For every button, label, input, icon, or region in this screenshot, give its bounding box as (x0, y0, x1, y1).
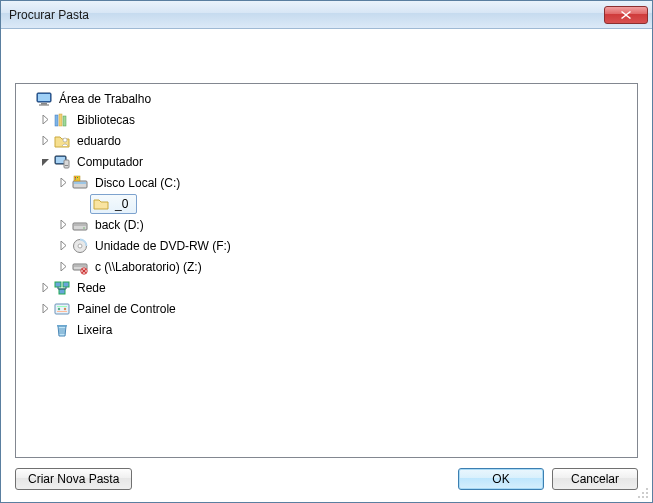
tree-item-user[interactable]: eduardo (36, 130, 635, 151)
close-button[interactable] (604, 6, 648, 24)
network-icon (54, 280, 70, 296)
svg-rect-1 (38, 94, 50, 101)
svg-rect-18 (77, 178, 78, 179)
libraries-icon (54, 112, 70, 128)
recycle-bin-icon (54, 322, 70, 338)
svg-rect-15 (75, 177, 76, 178)
browse-folder-dialog: Procurar Pasta Área de Trabalho (0, 0, 653, 503)
svg-point-31 (58, 307, 60, 309)
tree-label: Painel de Controle (74, 301, 179, 317)
svg-rect-5 (59, 114, 62, 126)
new-folder-button[interactable]: Criar Nova Pasta (15, 468, 132, 490)
svg-rect-25 (74, 265, 86, 267)
svg-rect-10 (64, 160, 69, 168)
tree-item-dvd[interactable]: Unidade de DVD-RW (F:) (54, 235, 635, 256)
svg-rect-6 (63, 116, 66, 126)
svg-point-7 (63, 138, 67, 142)
client-area: Área de Trabalho Biblioteca (1, 29, 652, 502)
svg-rect-27 (55, 282, 61, 287)
svg-rect-4 (55, 115, 58, 126)
svg-point-21 (83, 227, 85, 229)
user-folder-icon (54, 133, 70, 149)
tree-label: Lixeira (74, 322, 115, 338)
expander-collapsed-icon[interactable] (38, 302, 52, 316)
expander-collapsed-icon[interactable] (56, 239, 70, 253)
tree-item-network-drive[interactable]: c (\\Laboratorio) (Z:) (54, 256, 635, 277)
titlebar[interactable]: Procurar Pasta (1, 1, 652, 29)
svg-point-37 (646, 492, 648, 494)
tree-label: Computador (74, 154, 146, 170)
dvd-drive-icon (72, 238, 88, 254)
folder-icon (93, 196, 109, 212)
expander-collapsed-icon[interactable] (56, 218, 70, 232)
tree-label: Área de Trabalho (56, 91, 154, 107)
svg-point-36 (646, 488, 648, 490)
network-drive-disconnected-icon (72, 259, 88, 275)
svg-point-40 (642, 496, 644, 498)
resize-grip-icon[interactable] (637, 487, 649, 499)
ok-button[interactable]: OK (458, 468, 544, 490)
close-icon (621, 11, 631, 19)
control-panel-icon (54, 301, 70, 317)
tree-label: Rede (74, 280, 109, 296)
tree-label: Bibliotecas (74, 112, 138, 128)
svg-point-41 (638, 496, 640, 498)
svg-point-39 (646, 496, 648, 498)
tree-item-selected-folder[interactable]: _0 (72, 193, 635, 214)
tree-label: c (\\Laboratorio) (Z:) (92, 259, 205, 275)
tree-label: Disco Local (C:) (92, 175, 183, 191)
svg-rect-29 (59, 289, 65, 294)
svg-rect-2 (41, 103, 47, 105)
svg-point-23 (78, 244, 82, 248)
desktop-icon (36, 91, 52, 107)
tree-item-disk-c[interactable]: Disco Local (C:) (54, 172, 635, 193)
tree-label: eduardo (74, 133, 124, 149)
tree-item-control-panel[interactable]: Painel de Controle (36, 298, 635, 319)
drive-icon (72, 217, 88, 233)
svg-rect-28 (63, 282, 69, 287)
drive-system-icon (72, 175, 88, 191)
expander-collapsed-icon[interactable] (38, 134, 52, 148)
svg-point-38 (642, 492, 644, 494)
folder-tree[interactable]: Área de Trabalho Biblioteca (15, 83, 638, 458)
svg-rect-11 (65, 165, 68, 166)
expander-collapsed-icon[interactable] (56, 176, 70, 190)
expander-collapsed-icon[interactable] (56, 260, 70, 274)
tree-label: _0 (113, 197, 130, 211)
button-row: Criar Nova Pasta OK Cancelar (15, 458, 638, 490)
svg-rect-13 (74, 182, 86, 184)
cancel-button[interactable]: Cancelar (552, 468, 638, 490)
svg-point-32 (64, 307, 66, 309)
computer-icon (54, 154, 70, 170)
tree-item-desktop[interactable]: Área de Trabalho (18, 88, 635, 109)
tree-item-computer[interactable]: Computador (36, 151, 635, 172)
svg-rect-30 (55, 304, 69, 314)
tree-label: Unidade de DVD-RW (F:) (92, 238, 234, 254)
expander-collapsed-icon[interactable] (38, 281, 52, 295)
svg-rect-3 (39, 104, 49, 105)
tree-item-disk-d[interactable]: back (D:) (54, 214, 635, 235)
tree-item-recycle-bin[interactable]: Lixeira (36, 319, 635, 340)
tree-item-network[interactable]: Rede (36, 277, 635, 298)
tree-item-libraries[interactable]: Bibliotecas (36, 109, 635, 130)
window-title: Procurar Pasta (9, 8, 604, 22)
svg-rect-20 (74, 224, 86, 226)
expander-expanded-icon[interactable] (38, 155, 52, 169)
svg-rect-17 (75, 178, 76, 179)
expander-collapsed-icon[interactable] (38, 113, 52, 127)
svg-rect-33 (57, 306, 67, 307)
svg-rect-16 (77, 177, 78, 178)
svg-rect-35 (57, 325, 67, 327)
selected-item[interactable]: _0 (90, 194, 137, 214)
svg-rect-34 (57, 311, 67, 312)
tree-label: back (D:) (92, 217, 147, 233)
